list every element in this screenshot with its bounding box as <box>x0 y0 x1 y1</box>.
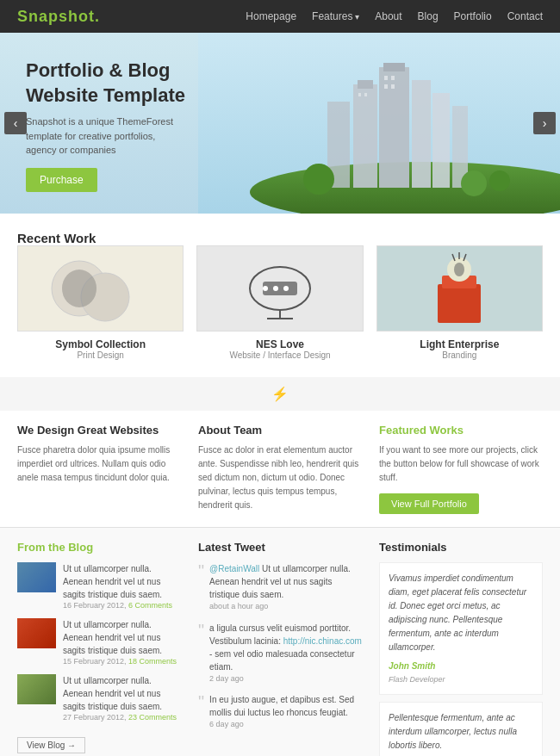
blog-comments[interactable]: 6 Comments <box>128 601 172 610</box>
hero-prev-button[interactable]: ‹ <box>4 112 27 134</box>
work-category-3: Branding <box>376 350 543 360</box>
svg-point-18 <box>489 170 510 191</box>
blog-text: Ut ut ullamcorper nulla. Aenean hendrit … <box>63 618 181 657</box>
svg-rect-7 <box>432 93 450 188</box>
navigation: Homepage Features About Blog Portfolio C… <box>246 10 543 22</box>
featured-col: Featured Works If you want to see more o… <box>379 424 543 514</box>
blog-text: Ut ut ullamcorper nulla. Aenean hendrit … <box>63 674 181 713</box>
about-text: Fusce ac dolor in erat elementum auctor … <box>198 443 362 512</box>
svg-point-29 <box>273 286 278 291</box>
blog-item: Ut ut ullamcorper nulla. Aenean hendrit … <box>17 674 181 722</box>
work-item: Light Enterprise Branding <box>376 245 543 360</box>
svg-rect-6 <box>412 80 431 188</box>
tweet-link[interactable]: http://nic.chinac.com <box>283 636 362 646</box>
blog-date: 15 February 2012, 18 Comments <box>63 657 181 666</box>
recent-work-section: Recent Work Symbol Collection Print Desi… <box>0 214 560 377</box>
svg-rect-12 <box>384 84 388 89</box>
blog-content: Ut ut ullamcorper nulla. Aenean hendrit … <box>63 562 181 610</box>
testimonials-title: Testimonials <box>379 541 543 554</box>
work-thumb-1[interactable] <box>17 245 184 332</box>
about-col: About Team Fusce ac dolor in erat elemen… <box>198 424 362 514</box>
nav-features[interactable]: Features <box>312 10 359 22</box>
tweet-time: about a hour ago <box>209 601 362 613</box>
bottom-section: From the Blog Ut ut ullamcorper nulla. A… <box>0 528 560 756</box>
nav-contact[interactable]: Contact <box>507 10 543 22</box>
testimonial-name-1: John Smith <box>389 660 533 673</box>
blog-date: 16 February 2012, 6 Comments <box>63 601 181 610</box>
hero-title: Portfolio & BlogWebsite Template <box>26 59 185 108</box>
blog-date: 27 February 2012, 23 Comments <box>63 713 181 722</box>
tweet-time: 2 day ago <box>209 673 362 685</box>
work-title-2: NES Love <box>196 338 363 350</box>
testimonial-quote-1: Vivamus imperdiet condimentum diam, eget… <box>389 572 533 654</box>
svg-rect-10 <box>384 76 388 80</box>
recent-work-title: Recent Work <box>17 231 96 245</box>
work-category-1: Print Design <box>17 350 184 360</box>
testimonial-item: Pellentesque fermentum, ante ac interdum… <box>379 702 543 756</box>
nav-about[interactable]: About <box>375 10 401 22</box>
blog-thumb[interactable] <box>17 618 56 648</box>
tweet-item: " In eu justo augue, et dapibus est. Sed… <box>198 693 362 731</box>
design-col: We Design Great Websites Fusce pharetra … <box>17 424 181 514</box>
tweet-item: " a ligula cursus velit euismod porttito… <box>198 622 362 685</box>
logo: Snapshot. <box>17 8 100 26</box>
work-grid: Symbol Collection Print Design NES Love … <box>17 245 543 360</box>
svg-point-17 <box>461 170 487 196</box>
view-portfolio-button[interactable]: View Full Portfolio <box>379 493 479 514</box>
svg-rect-5 <box>383 63 405 71</box>
hero-description: Snapshot is a unique ThemeForest templat… <box>26 115 181 158</box>
three-columns-section: We Design Great Websites Fusce pharetra … <box>0 411 560 527</box>
blog-comments[interactable]: 18 Comments <box>128 657 177 666</box>
svg-rect-13 <box>391 84 395 89</box>
design-text: Fusce pharetra dolor quia ipsume mollis … <box>17 443 181 485</box>
tweets-title: Latest Tweet <box>198 541 362 554</box>
hero-content: Portfolio & BlogWebsite Template Snapsho… <box>26 59 185 192</box>
tweet-time: 6 day ago <box>209 719 362 731</box>
logo-text: Snapshot <box>17 8 95 25</box>
work-thumb-2[interactable] <box>196 245 363 332</box>
svg-rect-3 <box>358 80 373 89</box>
nav-blog[interactable]: Blog <box>418 10 439 22</box>
work-item: NES Love Website / Interface Design <box>196 245 363 360</box>
tweet-user[interactable]: @RetainWall <box>209 564 259 573</box>
featured-text: If you want to see more our projects, cl… <box>379 443 543 485</box>
view-blog-button[interactable]: View Blog → <box>17 737 85 753</box>
svg-rect-14 <box>358 93 361 96</box>
testimonials-column: Testimonials Vivamus imperdiet condiment… <box>379 541 543 756</box>
tweet-item: " @RetainWall Ut ut ullamcorper nulla. A… <box>198 562 362 613</box>
blog-text: Ut ut ullamcorper nulla. Aenean hendrit … <box>63 562 181 601</box>
logo-dot: . <box>95 8 100 25</box>
tweet-text: In eu justo augue, et dapibus est. Sed m… <box>209 693 362 719</box>
blog-column: From the Blog Ut ut ullamcorper nulla. A… <box>17 541 181 756</box>
blog-item: Ut ut ullamcorper nulla. Aenean hendrit … <box>17 562 181 610</box>
svg-rect-15 <box>364 93 367 96</box>
about-title: About Team <box>198 424 362 437</box>
blog-content: Ut ut ullamcorper nulla. Aenean hendrit … <box>63 618 181 666</box>
tweet-content: In eu justo augue, et dapibus est. Sed m… <box>209 693 362 731</box>
hero-section: ‹ Portfolio & BlogWebsite Template Snaps… <box>0 33 560 214</box>
header: Snapshot. Homepage Features About Blog P… <box>0 0 560 33</box>
testimonial-role-1: Flash Developer <box>389 673 533 685</box>
tweets-column: Latest Tweet " @RetainWall Ut ut ullamco… <box>198 541 362 756</box>
blog-thumb[interactable] <box>17 674 56 704</box>
quote-icon: " <box>198 622 204 685</box>
nav-portfolio[interactable]: Portfolio <box>454 10 492 22</box>
tweet-content: @RetainWall Ut ut ullamcorper nulla. Aen… <box>209 562 362 613</box>
svg-rect-11 <box>391 76 395 80</box>
svg-rect-2 <box>353 84 377 188</box>
nav-homepage[interactable]: Homepage <box>246 10 296 22</box>
quote-icon: " <box>198 562 204 613</box>
blog-thumb[interactable] <box>17 562 56 592</box>
quote-icon: " <box>198 693 204 731</box>
work-item: Symbol Collection Print Design <box>17 245 184 360</box>
svg-point-30 <box>283 286 289 291</box>
work-thumb-3[interactable] <box>376 245 543 332</box>
hero-next-button[interactable]: › <box>533 112 556 134</box>
purchase-button[interactable]: Purchase <box>26 168 97 192</box>
svg-point-16 <box>303 164 334 195</box>
blog-comments[interactable]: 23 Comments <box>128 713 177 722</box>
svg-point-35 <box>454 263 464 276</box>
hero-image <box>198 33 560 214</box>
svg-point-22 <box>62 270 96 307</box>
testimonial-quote-2: Pellentesque fermentum, ante ac interdum… <box>389 711 533 753</box>
